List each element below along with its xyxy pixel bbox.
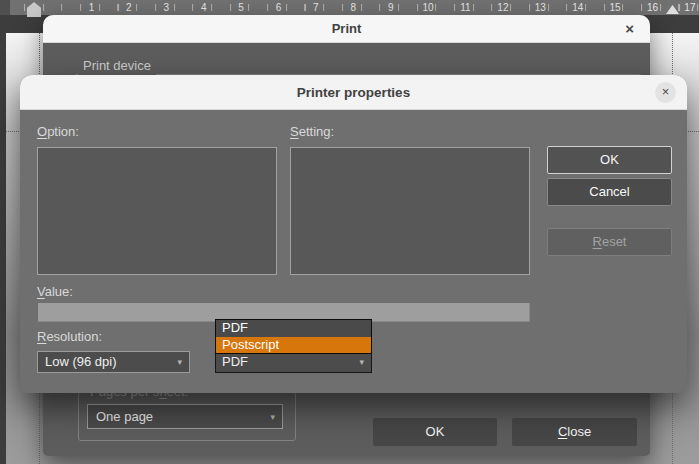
- dropdown-option-highlighted[interactable]: Postscript: [216, 337, 371, 354]
- resolution-select[interactable]: Low (96 dpi) ▾: [37, 351, 190, 373]
- printer-properties-dialog: Printer properties × Option: Setting: OK…: [20, 75, 687, 393]
- chevron-down-icon: ▾: [177, 352, 182, 372]
- format-value: PDF: [222, 354, 248, 369]
- option-listbox[interactable]: [37, 147, 277, 275]
- ruler-number: 11: [460, 0, 470, 15]
- ruler-number: 12: [497, 0, 508, 15]
- ruler-number: 8: [351, 0, 357, 15]
- option-label: Option:: [37, 124, 79, 139]
- ruler-number: 3: [164, 0, 170, 15]
- pages-per-sheet-select[interactable]: One page ▾: [87, 404, 283, 429]
- ruler-number: 15: [610, 0, 621, 15]
- setting-listbox[interactable]: [290, 147, 530, 275]
- ruler-number: 9: [388, 0, 394, 15]
- ruler-number: 7: [313, 0, 319, 15]
- ruler-number: 6: [276, 0, 282, 15]
- value-label: Value:: [37, 284, 73, 299]
- ruler-number: 10: [423, 0, 434, 15]
- setting-label: Setting:: [290, 124, 334, 139]
- chevron-down-icon: ▾: [359, 352, 364, 372]
- print-dialog-titlebar[interactable]: Print ×: [43, 15, 650, 43]
- ruler-number: 1: [89, 0, 95, 15]
- print-ok-button[interactable]: OK: [373, 418, 497, 446]
- ruler-number: 2: [126, 0, 132, 15]
- ruler-number: 14: [572, 0, 583, 15]
- ruler-number: 5: [238, 0, 244, 15]
- ruler-number: 4: [201, 0, 207, 15]
- ruler-corner: [0, 0, 10, 15]
- pages-per-sheet-value: One page: [96, 409, 153, 424]
- horizontal-ruler: 1234567891011121314151617: [0, 0, 699, 15]
- resolution-label: Resolution:: [37, 329, 102, 344]
- dropdown-option-pdf[interactable]: PDF: [216, 320, 371, 337]
- close-icon[interactable]: ×: [625, 15, 634, 43]
- properties-reset-button[interactable]: Reset: [547, 228, 672, 256]
- properties-title: Printer properties: [297, 85, 410, 100]
- format-select[interactable]: PDF ▾: [215, 351, 372, 373]
- chevron-down-icon: ▾: [270, 405, 275, 428]
- resolution-value: Low (96 dpi): [45, 354, 117, 369]
- close-icon[interactable]: ×: [655, 82, 676, 103]
- print-dialog-title: Print: [332, 21, 362, 36]
- properties-ok-button[interactable]: OK: [547, 146, 672, 174]
- format-dropdown-list: PDF Postscript: [215, 319, 372, 354]
- properties-titlebar[interactable]: Printer properties: [20, 75, 687, 110]
- ruler-number: 13: [535, 0, 546, 15]
- ruler-number: 16: [647, 0, 658, 15]
- print-close-button[interactable]: Close: [512, 418, 637, 446]
- properties-cancel-button[interactable]: Cancel: [547, 178, 672, 206]
- ruler-number: 17: [684, 0, 695, 15]
